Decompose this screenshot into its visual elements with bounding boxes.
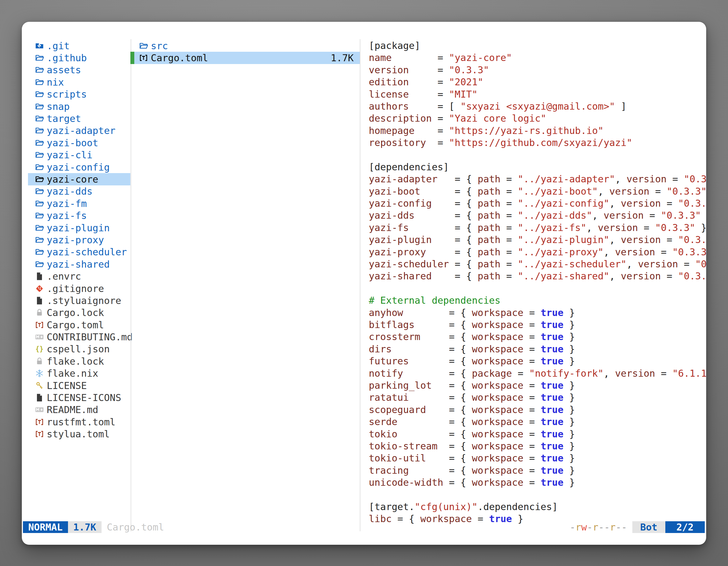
git-folder-icon <box>35 41 44 51</box>
preview-line: notify = { package = "notify-fork", vers… <box>369 367 704 379</box>
file-row-yazi-adapter[interactable]: yazi-adapter <box>28 125 130 137</box>
file-label: .github <box>47 52 87 64</box>
file-row-license[interactable]: LICENSE <box>28 379 130 391</box>
file-label: yazi-adapter <box>47 125 116 136</box>
file-row-yazi-plugin[interactable]: yazi-plugin <box>28 222 130 234</box>
parent-directory-pane: .git.githubassetsnixscriptssnaptargetyaz… <box>28 40 130 440</box>
preview-line <box>369 149 704 161</box>
file-row-cargo-toml[interactable]: Cargo.toml <box>28 319 130 331</box>
git-icon <box>35 284 44 293</box>
folder-open-icon <box>35 199 44 208</box>
preview-line: anyhow = { workspace = true } <box>369 307 704 319</box>
file-row-rustfmt-toml[interactable]: rustfmt.toml <box>28 416 130 428</box>
folder-open-icon <box>35 223 44 233</box>
status-bar-right: -rw-r--r-- Bot 2/2 <box>570 521 705 533</box>
file-label: .styluaignore <box>47 295 121 306</box>
file-row--envrc[interactable]: .envrc <box>28 270 130 282</box>
json-icon: {} <box>35 344 44 354</box>
preview-line: tracing = { workspace = true } <box>369 464 704 476</box>
file-row-readme-md[interactable]: README.md <box>28 404 130 416</box>
file-row-yazi-cli[interactable]: yazi-cli <box>28 149 130 161</box>
file-row-yazi-fm[interactable]: yazi-fm <box>28 198 130 210</box>
yazi-file-manager-window: .git.githubassetsnixscriptssnaptargetyaz… <box>22 22 706 545</box>
folder-open-icon <box>35 163 44 172</box>
file-row-flake-lock[interactable]: flake.lock <box>28 355 130 367</box>
preview-line: serde = { workspace = true } <box>369 416 704 428</box>
file-row--github[interactable]: .github <box>28 52 130 64</box>
file-row-yazi-shared[interactable]: yazi-shared <box>28 258 130 270</box>
folder-open-icon <box>35 235 44 245</box>
preview-line: ratatui = { workspace = true } <box>369 391 704 403</box>
file-row-src[interactable]: src <box>130 40 360 52</box>
svg-text:{}: {} <box>36 345 44 353</box>
file-row-contributing-md[interactable]: CONTRIBUTING.md <box>28 331 130 343</box>
file-label: yazi-config <box>47 162 110 173</box>
file-label: yazi-core <box>47 174 98 185</box>
file-row-cargo-toml[interactable]: Cargo.toml1.7K <box>130 52 360 64</box>
folder-open-icon <box>35 211 44 220</box>
file-row-target[interactable]: target <box>28 112 130 125</box>
file-row-scripts[interactable]: scripts <box>28 88 130 100</box>
file-row-stylua-toml[interactable]: stylua.toml <box>28 428 130 440</box>
file-label: yazi-fs <box>47 210 87 221</box>
preview-line: futures = { workspace = true } <box>369 355 704 367</box>
file-label: assets <box>47 64 81 76</box>
file-row-yazi-core[interactable]: yazi-core <box>28 173 130 185</box>
file-label: src <box>151 40 168 51</box>
file-row--styluaignore[interactable]: .styluaignore <box>28 294 130 306</box>
pane-divider-right <box>360 39 360 531</box>
pane-divider-left <box>131 39 131 531</box>
file-row-yazi-boot[interactable]: yazi-boot <box>28 137 130 149</box>
folder-open-icon <box>35 114 44 123</box>
file-label: yazi-fm <box>47 198 87 209</box>
file-label: cspell.json <box>47 343 110 354</box>
file-row-cspell-json[interactable]: {}cspell.json <box>28 343 130 355</box>
desktop-background: .git.githubassetsnixscriptssnaptargetyaz… <box>0 0 728 566</box>
preview-line: license = "MIT" <box>369 88 704 100</box>
preview-line: scopeguard = { workspace = true } <box>369 404 704 416</box>
file-label: .envrc <box>47 271 81 282</box>
preview-line <box>369 283 704 294</box>
file-row-yazi-fs[interactable]: yazi-fs <box>28 210 130 222</box>
file-row--git[interactable]: .git <box>28 40 130 52</box>
folder-open-icon <box>35 247 44 257</box>
file-row-license-icons[interactable]: LICENSE-ICONS <box>28 391 130 403</box>
file-row-yazi-proxy[interactable]: yazi-proxy <box>28 234 130 246</box>
preview-line: yazi-scheduler = { path = "../yazi-sched… <box>369 258 704 270</box>
folder-open-icon <box>35 138 44 148</box>
file-row-yazi-scheduler[interactable]: yazi-scheduler <box>28 246 130 258</box>
file-label: Cargo.toml <box>151 52 208 64</box>
file-row-assets[interactable]: assets <box>28 64 130 76</box>
file-row-yazi-config[interactable]: yazi-config <box>28 161 130 173</box>
folder-open-icon <box>35 78 44 87</box>
preview-line <box>369 488 704 501</box>
folder-open-icon <box>35 102 44 111</box>
file-row-yazi-dds[interactable]: yazi-dds <box>28 186 130 198</box>
file-row-nix[interactable]: nix <box>28 76 130 88</box>
markdown-icon <box>35 332 44 342</box>
folder-open-icon <box>35 90 44 99</box>
folder-open-icon <box>35 65 44 75</box>
preview-line: [target."cfg(unix)".dependencies] <box>369 501 704 513</box>
file-label: flake.nix <box>47 368 98 379</box>
preview-line: description = "Yazi core logic" <box>369 112 704 125</box>
file-label: Cargo.toml <box>47 319 104 330</box>
preview-line: edition = "2021" <box>369 76 704 88</box>
preview-line: version = "0.3.3" <box>369 64 704 76</box>
file-row-flake-nix[interactable]: flake.nix <box>28 367 130 379</box>
preview-line: yazi-plugin = { path = "../yazi-plugin",… <box>369 234 704 246</box>
preview-line: dirs = { workspace = true } <box>369 343 704 355</box>
file-row-snap[interactable]: snap <box>28 100 130 112</box>
file-row-cargo-lock[interactable]: Cargo.lock <box>28 307 130 319</box>
file-label: rustfmt.toml <box>47 416 116 427</box>
file-row--gitignore[interactable]: .gitignore <box>28 283 130 294</box>
file-size-badge: 1.7K <box>68 521 102 533</box>
lock-icon <box>35 308 44 317</box>
file-label: README.md <box>47 404 98 415</box>
file-label: nix <box>47 77 64 88</box>
file-preview-pane: [package]name = "yazi-core"version = "0.… <box>369 40 704 525</box>
folder-open-icon <box>35 187 44 196</box>
file-size: 1.7K <box>331 52 360 64</box>
preview-line: unicode-width = { workspace = true } <box>369 476 704 488</box>
toml-icon <box>35 429 44 439</box>
